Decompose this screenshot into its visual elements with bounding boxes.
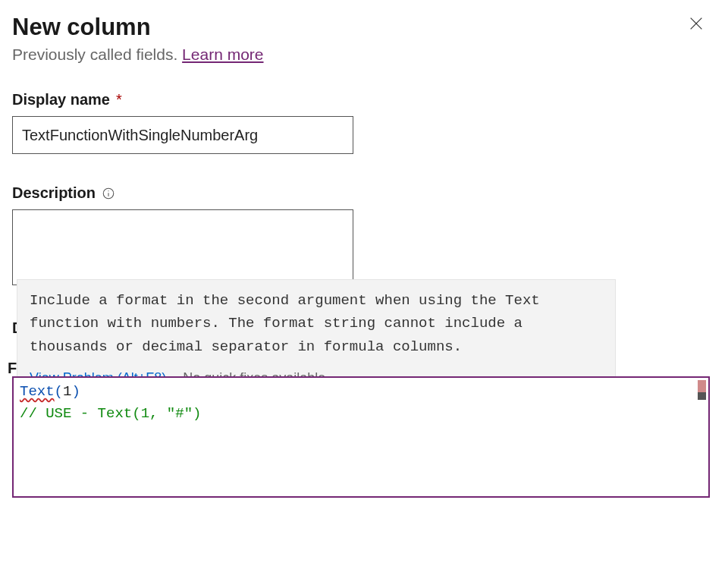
description-label: Description xyxy=(12,184,713,202)
paren-close: ) xyxy=(71,383,80,400)
required-indicator: * xyxy=(116,91,122,108)
description-label-text: Description xyxy=(12,184,96,202)
fn-text: Text xyxy=(20,383,55,400)
close-button[interactable] xyxy=(686,14,707,35)
panel-subtitle: Previously called fields. Learn more xyxy=(12,46,713,64)
code-line-2: // USE - Text(1, "#") xyxy=(20,403,702,425)
code-line-1: Text(1) xyxy=(20,381,702,403)
display-name-label: Display name * xyxy=(12,91,713,108)
panel-title: New column xyxy=(12,14,713,41)
formula-editor[interactable]: Text(1) // USE - Text(1, "#") xyxy=(12,376,710,498)
learn-more-link[interactable]: Learn more xyxy=(182,46,263,63)
display-name-label-text: Display name xyxy=(12,91,110,108)
scrollbar-error-marker xyxy=(698,380,706,392)
arg-value: 1 xyxy=(63,383,71,400)
tooltip-message: Include a format in the second argument … xyxy=(30,289,603,358)
svg-point-3 xyxy=(108,190,109,191)
subtitle-prefix: Previously called fields. xyxy=(12,46,182,63)
display-name-input[interactable] xyxy=(12,116,353,154)
paren-open: ( xyxy=(55,383,63,400)
close-icon xyxy=(688,15,705,34)
description-input[interactable] xyxy=(12,209,353,285)
info-icon[interactable] xyxy=(102,187,115,200)
scrollbar-thumb[interactable] xyxy=(698,392,706,400)
